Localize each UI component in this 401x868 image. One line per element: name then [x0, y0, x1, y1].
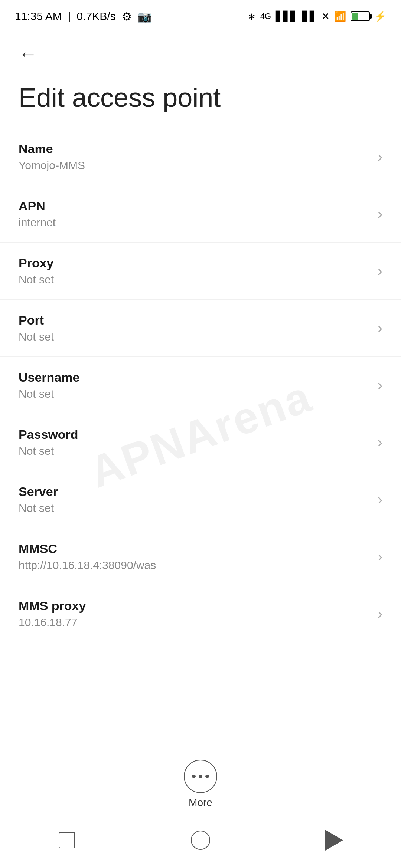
- wifi-icon: 📶: [334, 11, 346, 22]
- no-signal-icon: ✕: [322, 11, 330, 22]
- settings-item-mmsc-label: MMSC: [19, 542, 370, 556]
- nav-square-icon: [59, 832, 75, 848]
- chevron-right-icon-proxy: ›: [378, 263, 382, 279]
- signal-bars-icon: ▋▋▋: [276, 11, 298, 22]
- settings-item-mms-proxy-label: MMS proxy: [19, 599, 370, 613]
- settings-item-server-content: Server Not set: [19, 484, 370, 514]
- settings-item-password-content: Password Not set: [19, 427, 370, 457]
- settings-item-port[interactable]: Port Not set ›: [0, 300, 401, 357]
- settings-item-password-label: Password: [19, 427, 370, 442]
- nav-back-button[interactable]: [316, 822, 353, 859]
- battery-indicator: [351, 11, 370, 21]
- status-left: 11:35 AM | 0.7KB/s ⚙ 📷: [15, 10, 151, 23]
- chevron-right-icon-port: ›: [378, 320, 382, 336]
- signal-4g-icon: 4G: [260, 11, 271, 21]
- settings-item-username-label: Username: [19, 370, 370, 385]
- chevron-right-icon-mmsc: ›: [378, 548, 382, 565]
- settings-item-mms-proxy-content: MMS proxy 10.16.18.77: [19, 599, 370, 629]
- settings-item-name-label: Name: [19, 142, 370, 156]
- settings-item-proxy-value: Not set: [19, 273, 370, 286]
- nav-triangle-icon: [325, 830, 343, 851]
- more-dot-2: [199, 775, 202, 778]
- chevron-right-icon: ›: [378, 148, 382, 165]
- settings-item-apn-content: APN internet: [19, 199, 370, 229]
- settings-item-proxy-label: Proxy: [19, 256, 370, 270]
- settings-item-mmsc-content: MMSC http://10.16.18.4:38090/was: [19, 542, 370, 572]
- more-dot-3: [205, 775, 209, 778]
- charging-icon: ⚡: [374, 11, 386, 22]
- speed-display: |: [68, 10, 71, 23]
- nav-recents-button[interactable]: [182, 822, 219, 859]
- camera-icon: 📷: [138, 10, 151, 23]
- battery-box: [351, 11, 370, 21]
- settings-item-server-value: Not set: [19, 502, 370, 514]
- settings-item-mms-proxy[interactable]: MMS proxy 10.16.18.77 ›: [0, 585, 401, 642]
- settings-list: Name Yomojo-MMS › APN internet › Proxy N…: [0, 128, 401, 642]
- back-button[interactable]: ←: [15, 41, 41, 67]
- page-title: Edit access point: [0, 74, 401, 128]
- settings-item-apn-label: APN: [19, 199, 370, 213]
- settings-item-password[interactable]: Password Not set ›: [0, 414, 401, 471]
- settings-item-name[interactable]: Name Yomojo-MMS ›: [0, 128, 401, 185]
- settings-item-username[interactable]: Username Not set ›: [0, 357, 401, 414]
- chevron-right-icon-server: ›: [378, 491, 382, 508]
- data-speed: 0.7KB/s: [77, 10, 116, 23]
- chevron-right-icon-apn: ›: [378, 206, 382, 222]
- settings-icon: ⚙: [122, 10, 132, 23]
- more-button[interactable]: More: [184, 760, 217, 809]
- settings-item-port-content: Port Not set: [19, 313, 370, 343]
- settings-item-port-value: Not set: [19, 331, 370, 343]
- settings-item-apn-value: internet: [19, 216, 370, 229]
- settings-item-proxy[interactable]: Proxy Not set ›: [0, 243, 401, 300]
- battery-fill: [352, 13, 358, 20]
- settings-item-mms-proxy-value: 10.16.18.77: [19, 616, 370, 629]
- chevron-right-icon-password: ›: [378, 434, 382, 451]
- settings-item-name-value: Yomojo-MMS: [19, 159, 370, 172]
- nav-circle-icon: [191, 831, 210, 850]
- settings-item-mmsc-value: http://10.16.18.4:38090/was: [19, 559, 370, 572]
- more-circle-icon: [184, 760, 217, 793]
- chevron-right-icon-username: ›: [378, 377, 382, 394]
- settings-item-proxy-content: Proxy Not set: [19, 256, 370, 286]
- settings-item-apn[interactable]: APN internet ›: [0, 185, 401, 243]
- time-display: 11:35 AM: [15, 10, 62, 23]
- nav-bar: [0, 820, 401, 868]
- settings-item-username-value: Not set: [19, 388, 370, 400]
- settings-item-username-content: Username Not set: [19, 370, 370, 400]
- settings-item-password-value: Not set: [19, 445, 370, 457]
- more-dots: [192, 775, 209, 778]
- nav-home-button[interactable]: [48, 822, 85, 859]
- settings-item-server-label: Server: [19, 484, 370, 499]
- status-bar: 11:35 AM | 0.7KB/s ⚙ 📷 ∗ 4G ▋▋▋ ▋▋ ✕ 📶 ⚡: [0, 0, 401, 30]
- more-dot-1: [192, 775, 196, 778]
- settings-item-mmsc[interactable]: MMSC http://10.16.18.4:38090/was ›: [0, 528, 401, 585]
- top-bar: ←: [0, 30, 401, 74]
- back-arrow-icon: ←: [18, 44, 38, 63]
- bluetooth-icon: ∗: [248, 11, 256, 22]
- settings-item-port-label: Port: [19, 313, 370, 328]
- status-right: ∗ 4G ▋▋▋ ▋▋ ✕ 📶 ⚡: [248, 11, 386, 22]
- settings-item-name-content: Name Yomojo-MMS: [19, 142, 370, 172]
- chevron-right-icon-mms-proxy: ›: [378, 605, 382, 622]
- more-label: More: [189, 797, 212, 809]
- settings-item-server[interactable]: Server Not set ›: [0, 471, 401, 528]
- signal-bars2-icon: ▋▋: [302, 11, 317, 22]
